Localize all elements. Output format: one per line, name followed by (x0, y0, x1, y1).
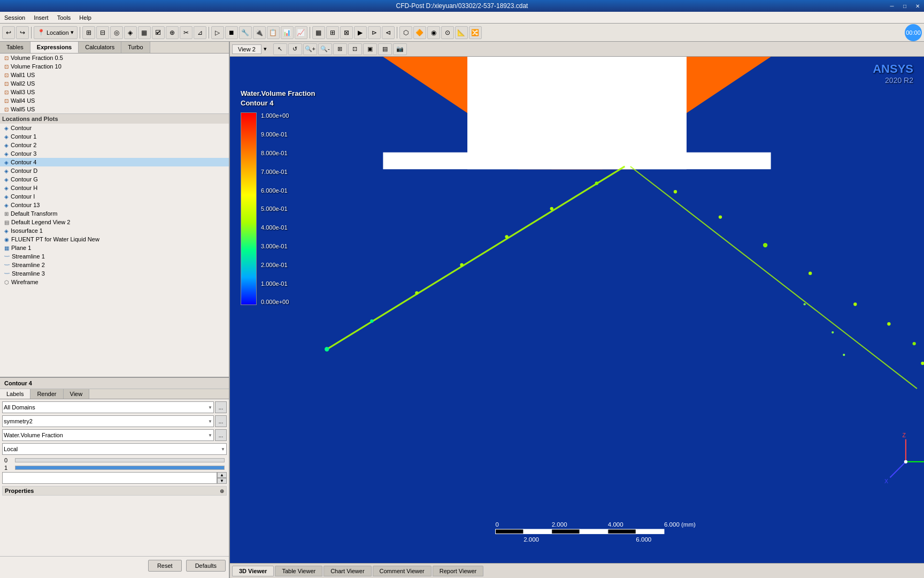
defaults-button[interactable]: Defaults (186, 560, 226, 572)
tb-btn-28[interactable]: 🔀 (469, 26, 482, 39)
variable-more-button[interactable]: ... (215, 429, 227, 441)
tb-btn-26[interactable]: ⊙ (441, 26, 454, 39)
viewer-tab-chart[interactable]: Chart Viewer (324, 566, 371, 576)
tree-item-fluent-pt[interactable]: ◉ FLUENT PT for Water Liquid New (0, 235, 229, 244)
tree-item-plane1[interactable]: ▦ Plane 1 (0, 244, 229, 252)
tb-btn-12[interactable]: 🔧 (239, 26, 252, 39)
tb-btn-9[interactable]: ⊿ (194, 26, 206, 39)
view-rotate-btn[interactable]: ↺ (288, 43, 302, 55)
view-cam-btn[interactable]: 📷 (393, 43, 407, 55)
tree-item-default-legend[interactable]: ▤ Default Legend View 2 (0, 218, 229, 226)
levels-input[interactable]: 11 (2, 472, 217, 484)
tb-btn-14[interactable]: 📋 (267, 26, 280, 39)
tb-btn-25[interactable]: ◉ (427, 26, 440, 39)
tree-item-vf05[interactable]: ⊡ Volume Fraction 0.5 (0, 54, 229, 62)
redo-button[interactable]: ↪ (16, 26, 29, 39)
view-zoom-box-btn[interactable]: ⊞ (333, 43, 347, 55)
location-more-button[interactable]: ... (215, 415, 227, 427)
tb-btn-1[interactable]: ⊞ (82, 26, 95, 39)
tb-btn-4[interactable]: ◈ (124, 26, 137, 39)
tb-btn-15[interactable]: 📊 (281, 26, 294, 39)
tree-item-wall1[interactable]: ⊡ Wall1 US (0, 71, 229, 79)
reset-button[interactable]: Reset (148, 560, 182, 572)
tab-expressions[interactable]: Expressions (30, 42, 79, 53)
tb-btn-11[interactable]: ⏹ (225, 26, 238, 39)
tb-btn-22[interactable]: ⊲ (382, 26, 395, 39)
tree-item-contourD[interactable]: ◈ Contour D (0, 166, 229, 175)
location-dropdown[interactable]: 📍 Location ▾ (34, 26, 78, 39)
tree-item-contourI[interactable]: ◈ Contour I (0, 192, 229, 201)
location-select[interactable]: symmetry2 ▼ (2, 415, 214, 427)
tree-item-wall2[interactable]: ⊡ Wall2 US (0, 79, 229, 88)
viewer-tab-report[interactable]: Report Viewer (433, 566, 484, 576)
tb-btn-2[interactable]: ⊟ (96, 26, 109, 39)
variable-select[interactable]: Water.Volume Fraction ▼ (2, 429, 214, 441)
tb-btn-5[interactable]: ▦ (138, 26, 151, 39)
tb-btn-8[interactable]: ✂ (180, 26, 192, 39)
tb-btn-7[interactable]: ⊕ (166, 26, 179, 39)
maximize-button[interactable]: □ (898, 0, 911, 12)
menu-tools[interactable]: Tools (53, 12, 75, 24)
prop-tab-render[interactable]: Render (30, 389, 63, 399)
prop-tab-labels[interactable]: Labels (0, 389, 30, 399)
viewer-tab-table[interactable]: Table Viewer (275, 566, 322, 576)
tree-item-wireframe[interactable]: ⬡ Wireframe (0, 278, 229, 286)
tb-btn-21[interactable]: ⊳ (368, 26, 381, 39)
viewer-tab-3d[interactable]: 3D Viewer (232, 566, 274, 576)
tree-item-default-transform[interactable]: ⊞ Default Transform (0, 209, 229, 218)
tree-item-streamline1[interactable]: 〰 Streamline 1 (0, 252, 229, 261)
tree-item-contour2[interactable]: ◈ Contour 2 (0, 141, 229, 149)
tb-btn-10[interactable]: ▷ (211, 26, 224, 39)
tb-btn-18[interactable]: ⊞ (326, 26, 339, 39)
tree-item-contour1[interactable]: ◈ Contour 1 (0, 132, 229, 141)
levels-up-button[interactable]: ▲ (217, 472, 227, 478)
tree-item-wall4[interactable]: ⊡ Wall4 US (0, 96, 229, 105)
tree-item-isosurface[interactable]: ◈ Isosurface 1 (0, 226, 229, 235)
tree-item-contour4[interactable]: ◈ Contour 4 (0, 158, 229, 166)
viewer-tab-comment[interactable]: Comment Viewer (373, 566, 432, 576)
tree-item-contourG[interactable]: ◈ Contour G (0, 175, 229, 184)
tree-item-contour13[interactable]: ◈ Contour 13 (0, 201, 229, 209)
view-zoom-out-btn[interactable]: 🔍- (318, 43, 332, 55)
tree-item-contourH[interactable]: ◈ Contour H (0, 184, 229, 192)
tab-tables[interactable]: Tables (0, 42, 30, 53)
prop-tab-view[interactable]: View (64, 389, 90, 399)
menu-session[interactable]: Session (0, 12, 29, 24)
close-button[interactable]: ✕ (911, 0, 924, 12)
tree-item-vf10[interactable]: ⊡ Volume Fraction 10 (0, 62, 229, 71)
view-zoom-in-btn[interactable]: 🔍+ (303, 43, 317, 55)
view-box-btn[interactable]: ▣ (363, 43, 377, 55)
view-cursor-btn[interactable]: ↖ (273, 43, 287, 55)
domains-select[interactable]: All Domains ▼ (2, 401, 214, 413)
tree-item-streamline2[interactable]: 〰 Streamline 2 (0, 261, 229, 269)
view-box2-btn[interactable]: ▤ (378, 43, 392, 55)
undo-button[interactable]: ↩ (2, 26, 15, 39)
tree-item-streamline3[interactable]: 〰 Streamline 3 (0, 269, 229, 278)
tb-btn-27[interactable]: 📐 (455, 26, 468, 39)
tree-item-wall5[interactable]: ⊡ Wall5 US (0, 105, 229, 113)
domains-more-button[interactable]: ... (215, 401, 227, 413)
view2-tab[interactable]: View 2 (232, 44, 261, 54)
tree-item-contour[interactable]: ◈ Contour (0, 124, 229, 132)
tree-item-wall3[interactable]: ⊡ Wall3 US (0, 88, 229, 96)
tb-btn-13[interactable]: 🔌 (253, 26, 266, 39)
menu-help[interactable]: Help (75, 12, 96, 24)
view-fit-btn[interactable]: ⊡ (348, 43, 362, 55)
tab-turbo[interactable]: Turbo (121, 42, 150, 53)
tb-btn-6[interactable]: 🗹 (152, 26, 165, 39)
tb-btn-17[interactable]: ▦ (312, 26, 325, 39)
levels-down-button[interactable]: ▼ (217, 478, 227, 484)
tree-item-contour3[interactable]: ◈ Contour 3 (0, 149, 229, 158)
properties-expand-row[interactable]: Properties ⊕ (2, 486, 227, 496)
tb-btn-19[interactable]: ⊠ (340, 26, 353, 39)
tab-calculators[interactable]: Calculators (79, 42, 121, 53)
menu-insert[interactable]: Insert (29, 12, 53, 24)
svg-point-11 (550, 207, 553, 210)
tb-btn-3[interactable]: ◎ (110, 26, 123, 39)
tb-btn-16[interactable]: 📈 (295, 26, 307, 39)
range-select[interactable]: Local ▼ (2, 443, 227, 455)
tb-btn-20[interactable]: ▶ (354, 26, 367, 39)
tb-btn-23[interactable]: ⬡ (399, 26, 412, 39)
minimize-button[interactable]: ─ (886, 0, 898, 12)
tb-btn-24[interactable]: 🔶 (413, 26, 426, 39)
